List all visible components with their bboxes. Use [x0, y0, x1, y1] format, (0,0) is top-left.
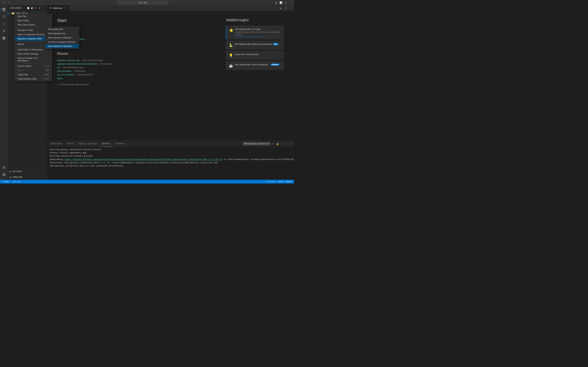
panel-tab-right: IBM Operator Collection S ▾ ≡ 🔒 ⋯ ∧ ✕: [243, 142, 293, 146]
submenu-new-playbook-label: New playbook file...: [48, 32, 67, 35]
tab-bar: ✦ Welcome ✕ ▶ ⧉ ⋯: [47, 5, 294, 11]
recent-item-1[interactable]: operator-collection-sdk-vscode-extension…: [57, 63, 212, 65]
activity-item-accounts[interactable]: [0, 164, 7, 171]
timeline-header[interactable]: ▶ TIMELINE: [8, 175, 47, 179]
output-line-2: Starting collection install process: [50, 155, 291, 158]
layout-icon[interactable]: ▣: [274, 1, 278, 4]
activity-bar-bottom: [0, 164, 7, 180]
activity-item-search[interactable]: [0, 13, 7, 20]
submenu-new-galaxy[interactable]: New galaxy file...: [45, 27, 79, 31]
recent-path-0: ~/Documents/oss-repos: [81, 59, 103, 62]
context-find-in-folder[interactable]: Find in Folder... ⇧⌥F: [15, 64, 52, 68]
context-new-folder[interactable]: New Folder...: [15, 18, 52, 23]
walkthrough-title-3: Get Started with Java Developme... Updat…: [235, 63, 281, 66]
customize-icon[interactable]: ⋮: [289, 1, 292, 4]
title-search-input[interactable]: [117, 1, 168, 4]
walkthrough-icon-1: 🐍: [229, 43, 233, 47]
sidebar-bottom: ▶ OUTLINE ▶ TIMELINE: [8, 168, 47, 180]
walkthrough-card-3[interactable]: ☕ Get Started with Java Developme... Upd…: [226, 61, 284, 70]
recent-item-0[interactable]: operator-collection-sdk ~/Documents/oss-…: [57, 59, 212, 62]
walkthrough-card-0[interactable]: ⭐ Get Started with VS Code Customize you…: [226, 26, 284, 39]
more-options-icon[interactable]: ⋯: [42, 7, 45, 9]
status-language[interactable]: Python: [286, 181, 293, 183]
panel-tab-ports[interactable]: PORTS: [65, 141, 76, 147]
activity-item-settings[interactable]: [0, 171, 7, 178]
status-errors[interactable]: ✗ 0 ⚠ 0: [12, 181, 21, 183]
window-icon[interactable]: ⬜: [279, 1, 283, 4]
submenu-convert-airgap[interactable]: Convert to Airgap Collection: [45, 40, 79, 44]
recent-section: Recent operator-collection-sdk ~/Documen…: [57, 52, 212, 80]
language-label: Python: [286, 181, 292, 183]
panel-tab-debug-console[interactable]: DEBUG CONSOLE: [76, 141, 100, 147]
panel-more-button[interactable]: ⋯: [280, 142, 284, 146]
recent-name-3: documentation: [57, 70, 72, 72]
submenu-new-playbook[interactable]: New playbook file...: [45, 31, 79, 35]
title-search-wrapper: 🔍: [117, 1, 168, 4]
refresh-icon[interactable]: ↻: [34, 7, 37, 9]
submenu-new-operator-collection[interactable]: New Operator Collection...: [45, 44, 79, 48]
startup-checkbox[interactable]: ✓ Show welcome page on startup: [57, 83, 212, 86]
outline-header[interactable]: ▶ OUTLINE: [8, 170, 47, 173]
new-file-link[interactable]: New File...: [57, 26, 212, 30]
connect-link[interactable]: Connect to...: [57, 43, 212, 46]
error-icon: ✗: [13, 181, 15, 183]
panel-maximize-button[interactable]: ∧: [285, 142, 288, 146]
split-editor-button[interactable]: ⧉: [284, 6, 288, 10]
output-selector[interactable]: IBM Operator Collection S ▾: [243, 142, 270, 145]
context-copy-relative-label: Copy Relative Path: [17, 77, 36, 80]
tab-close-button[interactable]: ✕: [64, 7, 66, 9]
title-bar-right: ▣ ⬜ ◫ ⋮: [274, 1, 292, 4]
collapse-icon[interactable]: ⧉: [38, 7, 41, 9]
more-link[interactable]: More...: [57, 77, 212, 80]
editor-area: ✦ Welcome ✕ ▶ ⧉ ⋯ Start Ne: [47, 5, 294, 180]
run-button[interactable]: ▶: [279, 6, 283, 10]
status-position[interactable]: Ln 1, Col 1: [266, 181, 276, 183]
status-branch[interactable]: ⎇ main: [1, 181, 10, 183]
recent-path-4: ~/Documents/Test: [76, 74, 93, 76]
tab-welcome[interactable]: ✦ Welcome ✕: [47, 5, 69, 11]
walkthrough-content-3: Get Started with Java Developme... Updat…: [235, 63, 281, 66]
badge-new-1: New: [273, 43, 278, 45]
activity-item-explorer[interactable]: [0, 6, 7, 13]
clear-output-button[interactable]: ≡: [271, 142, 275, 146]
recent-item-3[interactable]: documentation ~/Documents: [57, 70, 212, 72]
activity-item-extensions[interactable]: [0, 35, 7, 42]
welcome-tab-icon: ✦: [50, 7, 52, 9]
recent-path-2: ~/Documents/oss-repos: [62, 66, 84, 69]
warning-count: 0: [19, 181, 20, 183]
context-operator-sdk-label: Operator Collection SDK: [17, 37, 42, 40]
context-copy-relative-path[interactable]: Copy Relative Path ⌥⇧⌘C: [15, 77, 52, 81]
walkthrough-card-1[interactable]: 🐍 Get Started with Python Development Ne…: [226, 41, 284, 50]
activity-bar: [0, 5, 8, 180]
recent-item-4[interactable]: zos_ims_operator ~/Documents/Test: [57, 73, 212, 76]
new-folder-icon[interactable]: 📁: [30, 7, 34, 9]
status-encoding[interactable]: UTF-8: [277, 181, 284, 183]
activity-item-run[interactable]: [0, 28, 7, 34]
context-open-folder-settings[interactable]: Open Folder Settings: [15, 52, 52, 56]
back-button[interactable]: [2, 0, 6, 5]
context-new-file[interactable]: New File...: [15, 14, 52, 18]
lock-button[interactable]: 🔒: [276, 142, 279, 146]
context-copy-path[interactable]: Copy Path ⌥⌘C: [15, 72, 52, 77]
walkthrough-card-2[interactable]: 💡 Learn the Fundamentals: [226, 51, 284, 60]
activity-item-source-control[interactable]: [0, 20, 7, 27]
position-label: Ln 1, Col 1: [266, 181, 275, 183]
new-file-icon[interactable]: 📄: [27, 7, 30, 9]
context-new-java-project[interactable]: New Java Project...: [15, 23, 52, 27]
panel-close-button[interactable]: ✕: [289, 142, 293, 146]
submenu-new-operator-config[interactable]: New operator-config file...: [45, 35, 79, 40]
panel-tab-output[interactable]: OUTPUT: [99, 141, 112, 147]
more-actions-button[interactable]: ⋯: [289, 6, 293, 10]
clone-git-link[interactable]: Clone Git Repository...: [57, 37, 212, 41]
panel-tab-problems[interactable]: PROBLEMS: [48, 141, 65, 147]
download-link[interactable]: https://galaxy.ansible.com/api/v3/plugin…: [64, 158, 222, 161]
forward-button[interactable]: [7, 0, 11, 5]
split-icon[interactable]: ◫: [284, 1, 287, 4]
context-remove-folder[interactable]: Remove Folder from Workspace: [15, 56, 52, 63]
progress-fill-0: [235, 37, 262, 37]
recent-title: Recent: [57, 52, 212, 56]
open-link[interactable]: Open...: [57, 32, 212, 35]
panel-tab-terminal[interactable]: TERMINAL: [112, 141, 128, 147]
sidebar-header: EXPLORER 📄 📁 ↻ ⧉ ⋯: [8, 5, 47, 11]
recent-item-2[interactable]: OC ~/Documents/oss-repos: [57, 66, 212, 69]
